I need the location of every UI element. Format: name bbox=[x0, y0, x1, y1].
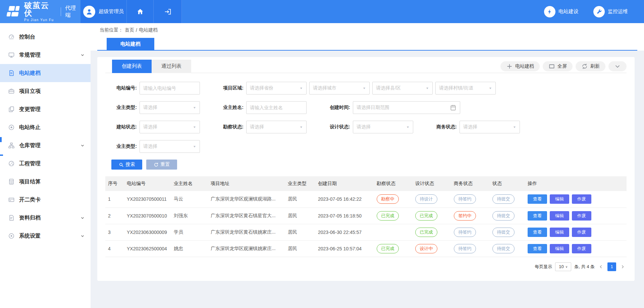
filter-select[interactable]: 请选择▼ bbox=[246, 121, 307, 133]
reset-button[interactable]: 重置 bbox=[146, 160, 177, 170]
filter-select[interactable]: 请选择省份▼ bbox=[246, 82, 307, 95]
page-size-select[interactable]: 10 ∨ bbox=[555, 262, 571, 271]
void-button[interactable]: 作废 bbox=[572, 211, 591, 221]
sidebar-item-sitemap[interactable]: 仓库管理 bbox=[0, 136, 91, 155]
cell-created-date: 2023-06-30 22:45:57 bbox=[315, 224, 374, 240]
briefcase-icon bbox=[8, 88, 15, 95]
date-placeholder: 请选择日期范围 bbox=[357, 105, 389, 111]
quick-link-wrench[interactable]: 监控运维 bbox=[593, 6, 628, 17]
target-icon bbox=[8, 124, 15, 131]
filter-select[interactable]: 请选择村镇/街道▼ bbox=[435, 82, 496, 95]
breadcrumb-separator: / bbox=[136, 27, 137, 33]
sidebar-item-monitor[interactable]: 常规管理 bbox=[0, 46, 91, 64]
toolbar-button-label: 电站建档 bbox=[515, 63, 534, 69]
monitor-icon bbox=[8, 52, 15, 58]
edit-button[interactable]: 编辑 bbox=[550, 194, 569, 204]
filter-label: 业主类型: bbox=[111, 143, 137, 149]
filter-select[interactable]: 请选择▼ bbox=[140, 140, 200, 153]
sidebar-item-dashboard[interactable]: 控制台 bbox=[0, 28, 91, 46]
tab-passed-list[interactable]: 通过列表 bbox=[152, 60, 191, 73]
status-badge: 已完成 bbox=[415, 228, 437, 237]
edit-button[interactable]: 编辑 bbox=[550, 211, 569, 221]
void-button[interactable]: 作废 bbox=[572, 194, 591, 204]
filter-row: 业主类型:请选择▼ bbox=[111, 140, 627, 153]
toolbar-button-label: 刷新 bbox=[590, 63, 600, 69]
view-button[interactable]: 查看 bbox=[528, 211, 547, 221]
sidebar-item-disc[interactable]: 系统设置 bbox=[0, 227, 91, 245]
status-badge: 签约中 bbox=[454, 211, 476, 221]
doc-icon bbox=[8, 70, 15, 76]
sidebar-item-target[interactable]: 电站终止 bbox=[0, 118, 91, 136]
quick-link-bolt[interactable]: 电站建设 bbox=[544, 6, 579, 17]
sidebar-item-copy[interactable]: 变更管理 bbox=[0, 100, 91, 118]
filter-text-input[interactable] bbox=[140, 82, 200, 95]
filter-form: 电站编号:项目区域:请选择省份▼请选择城市▼请选择县/区▼请选择村镇/街道▼业主… bbox=[111, 82, 627, 153]
column-header: 序号 bbox=[105, 176, 124, 191]
sidebar-scroll-indicator bbox=[0, 155, 3, 156]
view-button[interactable]: 查看 bbox=[528, 244, 547, 253]
cell-owner-type: 居民 bbox=[285, 240, 315, 257]
breadcrumb-home-link[interactable]: 首页 bbox=[125, 27, 134, 33]
toolbar-plus-button[interactable]: 电站建档 bbox=[500, 61, 540, 71]
filter-text-input[interactable] bbox=[246, 101, 307, 114]
view-button[interactable]: 查看 bbox=[528, 228, 547, 237]
search-button[interactable]: 搜索 bbox=[111, 160, 142, 170]
filter-select[interactable]: 请选择▼ bbox=[140, 101, 200, 114]
edit-button[interactable]: 编辑 bbox=[550, 244, 569, 253]
void-button[interactable]: 作废 bbox=[572, 244, 591, 253]
edit-button[interactable]: 编辑 bbox=[550, 228, 569, 237]
toolbar-chevron-down-button[interactable] bbox=[608, 61, 627, 71]
sidebar-item-calculator[interactable]: 项目结算 bbox=[0, 173, 91, 191]
sidebar-item-label: 系统设置 bbox=[19, 233, 76, 240]
sidebar-menu: 控制台常规管理电站建档项目立项变更管理电站终止仓库管理工程管理项目结算开二类卡资… bbox=[0, 28, 91, 245]
filter-select[interactable]: 请选择县/区▼ bbox=[372, 82, 433, 95]
filter-date-range[interactable]: 请选择日期范围 bbox=[353, 101, 460, 114]
next-page-button[interactable] bbox=[619, 262, 626, 271]
tab-create-list[interactable]: 创建列表 bbox=[112, 60, 152, 73]
toolbar-fullscreen-button[interactable]: 全屏 bbox=[543, 61, 573, 71]
sidebar-item-briefcase[interactable]: 项目立项 bbox=[0, 82, 91, 100]
sidebar-item-gauge[interactable]: 工程管理 bbox=[0, 155, 91, 173]
chevron-down-icon bbox=[80, 143, 85, 147]
cell-created-date: 2023-07-05 16:42:22 bbox=[315, 191, 374, 207]
cell-owner-name: 学员 bbox=[171, 224, 208, 240]
view-button[interactable]: 查看 bbox=[528, 194, 547, 204]
table-header: 序号电站编号业主姓名项目地址业主类型创建日期勘察状态设计状态商务状态状态操作 bbox=[105, 176, 627, 191]
cell-status: 待提交 bbox=[490, 191, 525, 207]
filter-select[interactable]: 请选择▼ bbox=[140, 121, 200, 133]
home-button[interactable] bbox=[127, 0, 154, 23]
filter-group: 电站编号: bbox=[111, 82, 203, 95]
reset-icon bbox=[154, 162, 159, 167]
filter-select[interactable]: 请选择▼ bbox=[460, 121, 520, 133]
prev-page-button[interactable] bbox=[598, 262, 604, 271]
void-button[interactable]: 作废 bbox=[572, 228, 591, 237]
filter-select[interactable]: 请选择▼ bbox=[353, 121, 413, 133]
select-placeholder: 请选择县/区 bbox=[376, 85, 401, 91]
sidebar-item-card[interactable]: 开二类卡 bbox=[0, 191, 91, 209]
user-menu[interactable]: 超级管理员 bbox=[80, 0, 127, 23]
filter-label: 商务状态: bbox=[431, 124, 457, 130]
toolbar-refresh-button[interactable]: 刷新 bbox=[576, 61, 605, 71]
page-size-prefix: 每页显示 bbox=[535, 264, 552, 270]
cell-created-date: 2023-07-05 16:18:50 bbox=[315, 207, 374, 224]
page-number-current[interactable]: 1 bbox=[607, 262, 616, 271]
column-header: 业主类型 bbox=[285, 176, 315, 191]
copy-icon bbox=[8, 106, 15, 113]
select-placeholder: 请选择城市 bbox=[313, 85, 336, 91]
status-badge: 待提交 bbox=[492, 211, 515, 221]
column-header: 创建日期 bbox=[315, 176, 374, 191]
page-tab-bar: 电站建档 bbox=[91, 37, 644, 51]
filter-row: 电站编号:项目区域:请选择省份▼请选择城市▼请选择县/区▼请选择村镇/街道▼ bbox=[111, 82, 627, 95]
table-header-row: 序号电站编号业主姓名项目地址业主类型创建日期勘察状态设计状态商务状态状态操作 bbox=[105, 176, 627, 191]
select-placeholder: 请选择 bbox=[463, 124, 477, 130]
cell-survey-status bbox=[374, 224, 413, 240]
sidebar-item-doc[interactable]: 电站建档 bbox=[0, 64, 91, 82]
filter-select[interactable]: 请选择城市▼ bbox=[309, 82, 370, 95]
column-header: 电站编号 bbox=[124, 176, 171, 191]
sidebar-item-file[interactable]: 资料归档 bbox=[0, 209, 91, 227]
cell-design-status: 已完成 bbox=[413, 207, 451, 224]
logout-button[interactable] bbox=[154, 0, 182, 23]
filter-label: 电站编号: bbox=[111, 85, 137, 91]
page-tab-station-archive[interactable]: 电站建档 bbox=[107, 38, 154, 50]
quick-link-label: 电站建设 bbox=[558, 8, 579, 15]
